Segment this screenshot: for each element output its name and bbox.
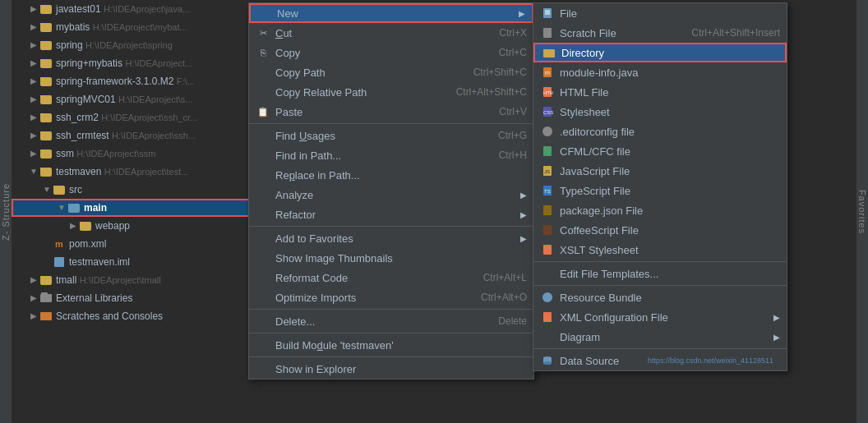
menu-item-label: Analyze <box>275 189 517 201</box>
submenu-label: Directory <box>561 47 778 59</box>
tree-item-mybatis[interactable]: mybatis H:\IDEAproject\mybat... <box>12 18 255 36</box>
folder-icon <box>39 292 53 305</box>
submenu-label: module-info.java <box>560 67 780 79</box>
submenu-arrow-icon: ▶ <box>773 313 780 322</box>
tree-item-spring[interactable]: spring H:\IDEAproject\spring <box>12 36 255 54</box>
submenu-label: JavaScript File <box>560 165 780 177</box>
tree-label: External Libraries <box>56 292 132 304</box>
tree-item-ssm[interactable]: ssm H:\IDEAproject\ssm <box>12 145 255 163</box>
menu-item-find-in-path[interactable]: Find in Path... Ctrl+H <box>249 145 533 165</box>
submenu-item-stylesheet[interactable]: CSS Stylesheet <box>533 102 787 122</box>
tree-item-main[interactable]: main <box>12 199 255 217</box>
cfml-icon <box>540 144 555 159</box>
svg-rect-20 <box>543 225 552 235</box>
menu-item-analyze[interactable]: Analyze ▶ <box>249 185 533 205</box>
template-icon <box>540 266 555 281</box>
database-icon <box>540 353 555 368</box>
tree-item-spring-framework[interactable]: spring-framework-3.1.0.M2 F:\... <box>12 72 255 90</box>
tree-item-springmybatis[interactable]: spring+mybatis H:\IDEAproject... <box>12 54 255 72</box>
tree-label: Scratches and Consoles <box>56 310 163 322</box>
submenu-label: package.json File <box>560 205 780 217</box>
menu-item-show-in-explorer[interactable]: Show in Explorer <box>249 359 533 379</box>
tree-arrow <box>41 184 53 195</box>
tree-arrow <box>28 148 39 159</box>
submenu-item-directory[interactable]: Directory <box>533 43 787 62</box>
tree-item-javatest01[interactable]: javatest01 H:\IDEAproject\java... <box>12 0 255 18</box>
submenu-item-resource-bundle[interactable]: Resource Bundle <box>533 287 787 307</box>
xml-icon <box>540 310 555 324</box>
submenu-item-xslt[interactable]: XSLT Stylesheet <box>533 240 787 260</box>
submenu-item-module-info[interactable]: m module-info.java <box>533 62 787 82</box>
tree-item-iml[interactable]: testmaven.iml <box>12 253 255 271</box>
submenu-item-cfml[interactable]: CFML/CFC file <box>533 141 787 161</box>
submenu-item-coffeescript[interactable]: CoffeeScript File <box>533 220 787 240</box>
tree-item-ssh-crm2[interactable]: ssh_crm2 H:\IDEAproject\ssh_cr... <box>12 108 255 126</box>
menu-separator <box>533 348 787 349</box>
menu-item-find-usages[interactable]: Find Usages Ctrl+G <box>249 126 533 145</box>
menu-item-label: Show Image Thumbnails <box>275 252 527 264</box>
menu-item-label: Optimize Imports <box>275 292 464 304</box>
tree-item-scratches[interactable]: Scratches and Consoles <box>12 307 255 325</box>
submenu-item-editorconfig[interactable]: .editorconfig file <box>533 122 787 141</box>
submenu-item-diagram[interactable]: Diagram ▶ <box>533 327 787 347</box>
submenu-label: CFML/CFC file <box>560 145 780 158</box>
tree-arrow <box>28 94 39 105</box>
menu-item-copy-path[interactable]: Copy Path Ctrl+Shift+C <box>249 62 533 82</box>
menu-separator <box>533 261 787 262</box>
tree-item-ssh-crmtest[interactable]: ssh_crmtest H:\IDEAproject\ssh... <box>12 126 255 145</box>
menu-item-delete[interactable]: Delete... Delete <box>249 311 533 331</box>
submenu-item-edit-templates[interactable]: Edit File Templates... <box>533 264 787 283</box>
tree-label: testmaven H:\IDEAproject\test... <box>56 166 188 177</box>
svg-rect-19 <box>543 205 552 215</box>
tree-item-testmaven[interactable]: testmaven H:\IDEAproject\test... <box>12 163 255 181</box>
svg-point-26 <box>543 361 552 365</box>
tree-label: webapp <box>95 220 130 232</box>
menu-icon-empty <box>256 128 270 143</box>
tree-item-tmall[interactable]: tmall H:\IDEAproject\tmall <box>12 271 255 289</box>
submenu-item-data-source[interactable]: Data Source https://blog.csdn.net/weixin… <box>533 351 787 370</box>
menu-item-copy[interactable]: ⎘ Copy Ctrl+C <box>249 43 533 62</box>
js-icon: JS <box>540 163 555 178</box>
tree-item-springmvc01[interactable]: springMVC01 H:\IDEAproject\s... <box>12 90 255 108</box>
submenu-item-package-json[interactable]: package.json File <box>533 200 787 220</box>
tree-item-webapp[interactable]: webapp <box>12 217 255 235</box>
svg-text:HTML: HTML <box>543 90 553 95</box>
menu-item-copy-relative-path[interactable]: Copy Relative Path Ctrl+Alt+Shift+C <box>249 82 533 102</box>
tree-label: testmaven.iml <box>69 256 130 268</box>
svg-text:JS: JS <box>544 169 550 174</box>
z-structure-panel: Z- Structure <box>0 0 12 423</box>
tree-item-src[interactable]: src <box>12 181 255 199</box>
menu-item-new[interactable]: New ▶ <box>249 3 533 23</box>
submenu-item-file[interactable]: File <box>533 3 787 23</box>
tree-arrow <box>28 130 39 141</box>
menu-item-add-favorites[interactable]: Add to Favorites ▶ <box>249 228 533 248</box>
menu-item-replace-in-path[interactable]: Replace in Path... <box>249 165 533 185</box>
menu-item-refactor[interactable]: Refactor ▶ <box>249 205 533 224</box>
submenu-shortcut: Ctrl+Alt+Shift+Insert <box>691 27 780 39</box>
submenu-item-html[interactable]: HTML HTML File <box>533 82 787 102</box>
menu-item-build-module[interactable]: Build Module 'testmaven' <box>249 335 533 355</box>
html-icon: HTML <box>540 85 555 99</box>
menu-shortcut: Ctrl+H <box>499 149 527 161</box>
submenu-item-typescript[interactable]: TS TypeScript File <box>533 181 787 200</box>
menu-item-optimize-imports[interactable]: Optimize Imports Ctrl+Alt+O <box>249 287 533 307</box>
menu-item-reformat[interactable]: Reformat Code Ctrl+Alt+L <box>249 268 533 287</box>
folder-icon <box>39 39 53 52</box>
menu-shortcut: Ctrl+Alt+L <box>483 272 527 283</box>
svg-point-22 <box>542 292 552 302</box>
submenu-item-xml-config[interactable]: XML Configuration File ▶ <box>533 307 787 327</box>
folder-icon <box>67 201 81 214</box>
cut-icon: ✂ <box>256 25 270 40</box>
submenu-item-scratch-file[interactable]: Scratch File Ctrl+Alt+Shift+Insert <box>533 23 787 43</box>
menu-item-cut[interactable]: ✂ Cut Ctrl+X <box>249 23 533 43</box>
menu-item-paste[interactable]: 📋 Paste Ctrl+V <box>249 102 533 122</box>
svg-text:CSS: CSS <box>543 110 553 115</box>
menu-icon-empty <box>256 231 270 246</box>
menu-item-show-thumbnails[interactable]: Show Image Thumbnails <box>249 248 533 268</box>
tree-item-ext-libs[interactable]: External Libraries <box>12 289 255 307</box>
folder-icon: m <box>53 237 66 251</box>
submenu-item-javascript[interactable]: JS JavaScript File <box>533 161 787 181</box>
tree-item-pom[interactable]: m pom.xml <box>12 235 255 253</box>
svg-rect-0 <box>543 8 552 18</box>
menu-separator <box>249 123 533 124</box>
